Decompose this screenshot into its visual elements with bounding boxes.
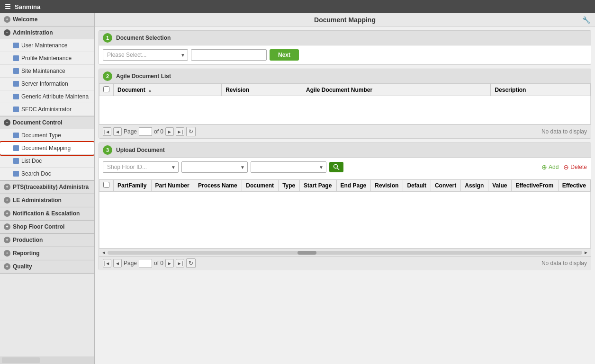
sidebar-label-server-information: Server Information: [21, 80, 68, 87]
sidebar-label-welcome: Welcome: [13, 16, 37, 23]
app-title: Sanmina: [15, 3, 40, 10]
sidebar-item-list-doc[interactable]: List Doc: [0, 155, 94, 168]
pag3-last-btn[interactable]: ►|: [176, 259, 184, 267]
sidebar-label-generic-attribute: Generic Attribute Maintena: [21, 93, 89, 100]
sidebar-item-production[interactable]: + Production: [0, 234, 94, 247]
sidebar-label-document-control: Document Control: [13, 119, 63, 126]
sidebar-item-search-doc[interactable]: Search Doc: [0, 168, 94, 180]
pag-next-btn[interactable]: ►: [165, 127, 174, 136]
wrench-icon[interactable]: 🔧: [582, 16, 590, 24]
pag-refresh-btn[interactable]: ↻: [186, 127, 196, 136]
expand-icon-quality: +: [4, 263, 10, 270]
h-scroll-left-arrow[interactable]: ◄: [100, 250, 108, 255]
sidebar-label-list-doc: List Doc: [21, 158, 42, 164]
col-type: Type: [279, 180, 300, 192]
section1-body: Please Select... ▼ Next: [99, 45, 591, 64]
add-button[interactable]: ⊕ Add: [541, 163, 559, 171]
search-icon: [333, 164, 340, 170]
page-icon-search-doc: [13, 171, 19, 177]
page-icon-document-mapping: [13, 145, 19, 151]
sidebar-item-server-information[interactable]: Server Information: [0, 78, 94, 90]
doc-type-select-wrapper: Please Select... ▼: [103, 49, 188, 61]
sidebar-item-welcome[interactable]: + Welcome: [0, 13, 94, 26]
no-data-label-3: No data to display: [541, 260, 587, 266]
section-upload-document: 3 Upload Document Shop Floor ID... ▼: [99, 142, 591, 270]
pag-page-input[interactable]: [139, 127, 152, 136]
agile-doc-table-header-row: Document ▲ Revision Agile Document Numbe…: [99, 84, 591, 96]
page-icon-document-type: [13, 133, 19, 138]
expand-icon-production: +: [4, 237, 10, 243]
sort-asc-icon[interactable]: ▲: [148, 88, 152, 93]
sidebar-item-document-type[interactable]: Document Type: [0, 129, 94, 142]
menu-icon[interactable]: ☰: [5, 3, 11, 10]
filter2-select[interactable]: [181, 161, 248, 173]
pag3-prev-btn[interactable]: ◄: [113, 259, 122, 267]
doc-type-select[interactable]: Please Select...: [103, 49, 188, 61]
page-icon-list-doc: [13, 158, 19, 164]
next-button[interactable]: Next: [270, 49, 299, 61]
sidebar-h-scrollbar-thumb[interactable]: [2, 357, 40, 363]
pag3-of-label: of 0: [154, 260, 163, 266]
sidebar-item-shop-floor[interactable]: + Shop Floor Control: [0, 221, 94, 233]
section2-header: 2 Agile Document List: [99, 69, 591, 84]
h-scroll-container[interactable]: ◄ ►: [99, 249, 591, 256]
col-revision: Revision: [371, 180, 403, 192]
col-effective-from: EffectiveFrom: [512, 180, 559, 192]
upload-empty-row: [99, 192, 591, 249]
sidebar-label-user-maintenance: User Maintenance: [21, 42, 67, 49]
sidebar-item-le-admin[interactable]: + LE Administration: [0, 194, 94, 207]
agile-doc-table: Document ▲ Revision Agile Document Numbe…: [99, 84, 591, 124]
sidebar-item-document-control[interactable]: − Document Control: [0, 116, 94, 129]
pag-last-btn[interactable]: ►|: [176, 127, 184, 136]
upload-table-container: PartFamily Part Number Process Name Docu…: [99, 179, 591, 249]
section-agile-doc-list: 2 Agile Document List Document: [99, 69, 591, 139]
pag-of-label: of 0: [154, 128, 163, 135]
upload-empty-cell: [99, 192, 591, 249]
sidebar-item-generic-attribute[interactable]: Generic Attribute Maintena: [0, 90, 94, 103]
col-end-page: End Page: [336, 180, 371, 192]
sidebar-item-reporting[interactable]: + Reporting: [0, 247, 94, 260]
expand-icon-le-admin: +: [4, 197, 10, 204]
pag-page-label: Page: [124, 128, 137, 135]
col-default: Default: [403, 180, 431, 192]
sidebar-item-user-maintenance[interactable]: User Maintenance: [0, 39, 94, 52]
sidebar-item-notification[interactable]: + Notification & Escalation: [0, 207, 94, 220]
sidebar-label-document-mapping: Document Mapping: [21, 145, 71, 151]
sidebar-item-document-mapping[interactable]: Document Mapping: [0, 142, 94, 155]
sidebar-item-quality[interactable]: + Quality: [0, 260, 94, 273]
pag3-next-btn[interactable]: ►: [165, 259, 174, 267]
sidebar-item-site-maintenance[interactable]: Site Maintenance: [0, 65, 94, 78]
h-scroll-right-arrow[interactable]: ►: [582, 250, 590, 255]
filter3-select[interactable]: [251, 161, 326, 173]
col-value: Value: [488, 180, 512, 192]
sidebar-group-notification: + Notification & Escalation: [0, 207, 94, 221]
section-document-selection: 1 Document Selection Please Select... ▼ …: [99, 30, 591, 65]
sidebar-label-site-maintenance: Site Maintenance: [21, 68, 65, 74]
search-button[interactable]: [329, 162, 343, 172]
sidebar-item-profile-maintenance[interactable]: Profile Maintenance: [0, 52, 94, 65]
pag3-first-btn[interactable]: |◄: [103, 259, 111, 267]
sidebar-item-administration[interactable]: − Administration: [0, 27, 94, 39]
pag-prev-btn[interactable]: ◄: [113, 127, 122, 136]
col-convert: Convert: [431, 180, 460, 192]
upload-select-all-checkbox[interactable]: [103, 182, 109, 188]
sidebar-label-document-type: Document Type: [21, 132, 61, 139]
shop-floor-select[interactable]: Shop Floor ID...: [103, 161, 179, 173]
filter3-select-wrapper: ▼: [251, 161, 326, 173]
table-empty-cell: [99, 96, 591, 124]
col-document-label: Document: [117, 87, 145, 93]
upload-table-body: [99, 192, 591, 249]
section2-label: Agile Document List: [116, 73, 171, 80]
expand-icon-doc-control: −: [4, 119, 10, 126]
select-all-checkbox[interactable]: [103, 86, 109, 92]
add-delete-row: ⊕ Add ⊖ Delete: [541, 163, 587, 171]
sidebar-item-pts[interactable]: + PTS(traceability) Administra: [0, 181, 94, 194]
sidebar-item-sfdc-administrator[interactable]: SFDC Administrator: [0, 103, 94, 116]
pag3-refresh-btn[interactable]: ↻: [186, 258, 196, 268]
pag3-page-input[interactable]: [139, 259, 152, 267]
section3-label: Upload Document: [116, 147, 165, 153]
doc-selection-input[interactable]: [191, 49, 267, 61]
delete-button[interactable]: ⊖ Delete: [563, 163, 587, 171]
sidebar: + Welcome − Administration User Maintena…: [0, 13, 95, 364]
pag-first-btn[interactable]: |◄: [103, 127, 111, 136]
